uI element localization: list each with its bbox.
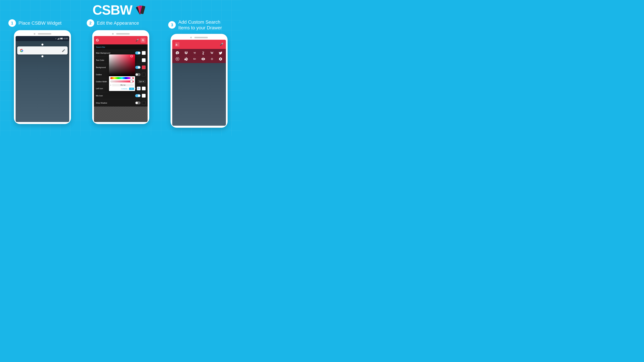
hex-input[interactable]: [112, 84, 134, 86]
columns-container: 1 Place CSBW Widget: [0, 19, 242, 136]
drop-shadow-label: Drop Shadow: [96, 102, 134, 104]
phone-2-mockup: G 🎤 G Search Bar: [92, 30, 149, 124]
logo-text: CSBW: [92, 3, 132, 17]
hue-slider[interactable]: [110, 77, 134, 79]
wifi-icon: [54, 37, 57, 39]
phone-3-screen: a 🎤: [172, 40, 226, 126]
color-picker-overlay[interactable]: # CANCEL OK: [109, 54, 135, 91]
drawer-header: a 🎤: [172, 40, 226, 49]
drop-shadow-swatch[interactable]: [142, 101, 146, 105]
mic-icon: 🎤: [62, 49, 65, 52]
step-2-header: 2 Edit the Appearance: [82, 19, 160, 27]
drawer-icon-bing[interactable]: [200, 51, 207, 55]
phone-2-camera: [112, 33, 114, 35]
mic-icon-swatch[interactable]: [142, 94, 146, 97]
left-icon-color-swatch[interactable]: [142, 87, 146, 90]
alpha-slider[interactable]: [110, 80, 134, 82]
svg-rect-10: [58, 38, 59, 39]
resize-handle-top[interactable]: [42, 43, 44, 45]
column-3: 3 Add Custom Search Items to your Drawer…: [160, 19, 238, 136]
drawer-icon-privacy[interactable]: [200, 57, 207, 61]
search-widget[interactable]: G 🎤: [17, 46, 68, 54]
search-bar-g-button[interactable]: G: [140, 38, 146, 43]
phone-1-speaker: [38, 33, 51, 34]
phone-3-speaker: [194, 37, 208, 38]
settings-item-mic-icon: Mic Icon: [94, 92, 148, 99]
logo-swatch-icon: [134, 4, 149, 16]
add-icon: [210, 57, 214, 61]
status-time: 2:23: [64, 37, 68, 39]
phone-3-top-bar: [172, 36, 226, 40]
cancel-button[interactable]: CANCEL: [120, 88, 128, 90]
hue-handle[interactable]: [130, 77, 133, 79]
wikipedia-label: W: [210, 51, 214, 55]
page-container: CSBW 1 Place CSBW Widget: [0, 0, 242, 136]
drive-icon: [184, 57, 188, 61]
drawer-icon-wikipedia[interactable]: W: [208, 51, 216, 55]
step-2-number: 2: [87, 19, 94, 27]
outline-toggle[interactable]: [135, 73, 140, 76]
step-3-number: 3: [168, 21, 176, 29]
phone-1-status-bar: 2:23: [16, 36, 69, 41]
phone-2-speaker: [116, 33, 130, 34]
outline-width-dropdown[interactable]: 1px ▼: [138, 80, 146, 83]
left-icon-swatch[interactable]: G: [137, 87, 140, 90]
drawer-icon-twitter[interactable]: [217, 51, 224, 55]
phone-1-mockup: 2:23 G: [14, 30, 71, 124]
background-toggle[interactable]: [135, 66, 140, 69]
step-1-header: 1 Place CSBW Widget: [3, 19, 82, 27]
search-bar-preview: G 🎤 G: [94, 36, 148, 44]
battery-icon: [60, 38, 63, 39]
alpha-handle[interactable]: [130, 80, 133, 83]
search-bar-g-letter: G: [96, 38, 99, 42]
drawer-icon-drive[interactable]: [182, 57, 190, 61]
svg-rect-19: [109, 54, 135, 76]
drawer-icons-grid: Y! W: [172, 49, 226, 63]
drawer-mic-icon: 🎤: [220, 42, 224, 46]
outline-swatch[interactable]: [142, 73, 146, 76]
yahoo-label: Y!: [194, 52, 196, 54]
background-swatch[interactable]: [142, 65, 146, 69]
step-3-header: 3 Add Custom Search Items to your Drawer: [160, 19, 238, 30]
picker-buttons: CANCEL OK: [109, 87, 135, 91]
phone-3-mockup: a 🎤: [170, 34, 228, 128]
outline-width-value: 1px: [139, 81, 142, 82]
main-bg-toggle[interactable]: [135, 51, 140, 54]
mic-icon-label: Mic Icon: [96, 95, 134, 97]
status-icons: [54, 37, 63, 39]
settings-icon: [218, 57, 222, 61]
main-bg-swatch[interactable]: [142, 51, 146, 55]
ok-button[interactable]: OK: [129, 88, 134, 90]
pinterest-icon: [176, 51, 180, 55]
search-bar-mic-icon: 🎤: [136, 39, 139, 42]
phone-3-camera: [190, 37, 192, 38]
hex-label: #: [110, 84, 111, 86]
color-gradient-svg: [109, 54, 135, 76]
color-gradient-area[interactable]: [109, 54, 135, 76]
drawer-icon-yahoo[interactable]: Y!: [191, 51, 198, 55]
drawer-icon-settings[interactable]: [217, 57, 224, 61]
main-bg-label: Main Background: [96, 52, 134, 54]
svg-rect-13: [63, 38, 63, 39]
resize-handle-bottom[interactable]: [42, 55, 44, 57]
step-2-title: Edit the Appearance: [97, 20, 139, 26]
drawer-icon-spotify[interactable]: [174, 57, 181, 61]
svg-rect-9: [58, 38, 58, 39]
drawer-icon-gplus[interactable]: G+: [191, 57, 198, 61]
text-color-swatch[interactable]: [142, 58, 146, 62]
mic-icon-toggle[interactable]: [135, 94, 140, 97]
drawer-icon-pinterest[interactable]: [174, 51, 181, 55]
drawer-icon-add[interactable]: [208, 57, 216, 61]
phone-2-screen: G 🎤 G Search Bar: [94, 36, 148, 122]
step-1-title: Place CSBW Widget: [18, 20, 62, 26]
amazon-icon: a: [175, 42, 180, 47]
phone-1-top-bar: [16, 32, 69, 36]
drop-shadow-toggle[interactable]: [135, 101, 140, 104]
section-label: Search Bar: [96, 46, 105, 48]
alpha-bar-container: [109, 80, 135, 83]
step-3-title: Add Custom Search Items to your Drawer: [178, 19, 225, 30]
svg-rect-11: [59, 38, 59, 39]
widget-area: G 🎤: [16, 41, 69, 60]
settings-item-drop-shadow: Drop Shadow: [94, 99, 148, 107]
drawer-icon-dropbox[interactable]: [182, 51, 190, 55]
